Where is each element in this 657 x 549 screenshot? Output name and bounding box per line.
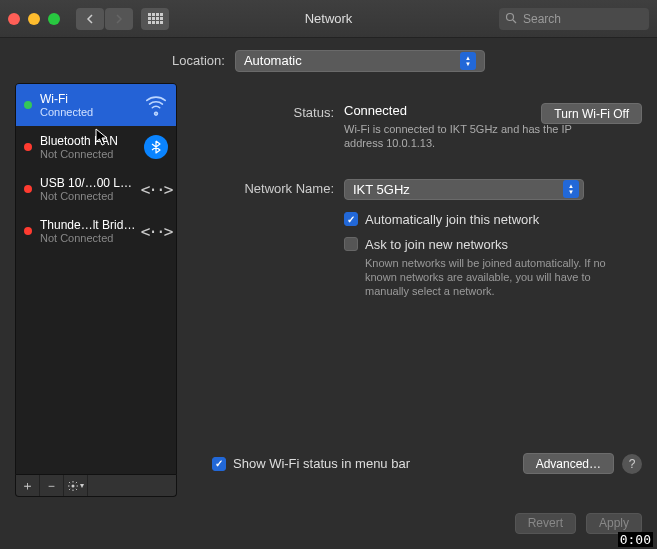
- turn-wifi-off-button[interactable]: Turn Wi-Fi Off: [541, 103, 642, 124]
- ask-join-row: Ask to join new networks: [344, 237, 642, 252]
- service-status: Connected: [40, 106, 136, 118]
- chevron-right-icon: [115, 14, 123, 24]
- chevron-left-icon: [86, 14, 94, 24]
- detail-panel: Turn Wi-Fi Off Status: Connected Wi-Fi i…: [192, 83, 642, 497]
- window-title: Network: [305, 11, 353, 26]
- apply-button[interactable]: Apply: [586, 513, 642, 534]
- panel-footer: Show Wi-Fi status in menu bar Advanced… …: [192, 453, 642, 474]
- service-usb-lan[interactable]: USB 10/…00 LAN Not Connected <··>: [16, 168, 176, 210]
- content-area: Wi-Fi Connected Bluetooth PAN Not Connec…: [0, 83, 657, 497]
- bluetooth-icon: [144, 135, 168, 159]
- status-dot-icon: [24, 101, 32, 109]
- service-status: Not Connected: [40, 232, 136, 244]
- network-name-label: Network Name:: [192, 179, 344, 200]
- service-thunderbolt-bridge[interactable]: Thunde…lt Bridge Not Connected <··>: [16, 210, 176, 252]
- service-name: USB 10/…00 LAN: [40, 176, 136, 190]
- network-prefs-window: Network Location: Automatic ▲▼ Wi-Fi Con…: [0, 0, 657, 549]
- auto-join-label: Automatically join this network: [365, 212, 539, 227]
- location-select[interactable]: Automatic ▲▼: [235, 50, 485, 72]
- svg-line-1: [513, 20, 516, 23]
- service-text: USB 10/…00 LAN Not Connected: [40, 176, 136, 202]
- show-menu-label: Show Wi-Fi status in menu bar: [233, 456, 410, 471]
- service-name: Wi-Fi: [40, 92, 136, 106]
- auto-join-row: Automatically join this network: [344, 212, 642, 227]
- svg-point-0: [507, 13, 514, 20]
- location-value: Automatic: [244, 53, 302, 68]
- show-menu-checkbox[interactable]: [212, 457, 226, 471]
- forward-button[interactable]: [105, 8, 133, 30]
- ask-join-label: Ask to join new networks: [365, 237, 508, 252]
- status-dot-icon: [24, 143, 32, 151]
- add-service-button[interactable]: ＋: [16, 475, 40, 496]
- advanced-button[interactable]: Advanced…: [523, 453, 614, 474]
- status-description: Wi-Fi is connected to IKT 5GHz and has t…: [344, 122, 594, 151]
- remove-service-button[interactable]: －: [40, 475, 64, 496]
- svg-point-2: [72, 484, 75, 487]
- grid-icon: [148, 13, 163, 24]
- minimize-button[interactable]: [28, 13, 40, 25]
- sidebar-footer: ＋ －: [15, 475, 177, 497]
- service-action-menu[interactable]: [64, 475, 88, 496]
- back-button[interactable]: [76, 8, 104, 30]
- service-bluetooth-pan[interactable]: Bluetooth PAN Not Connected: [16, 126, 176, 168]
- wifi-icon: [144, 93, 168, 117]
- show-all-button[interactable]: [141, 8, 169, 30]
- ethernet-icon: <··>: [144, 177, 168, 201]
- select-arrows-icon: ▲▼: [563, 180, 579, 198]
- status-dot-icon: [24, 227, 32, 235]
- revert-button[interactable]: Revert: [515, 513, 576, 534]
- network-name-value: IKT 5GHz: [353, 182, 410, 197]
- network-name-row: Network Name: IKT 5GHz ▲▼: [192, 179, 642, 200]
- nav-group: [76, 8, 133, 30]
- location-row: Location: Automatic ▲▼: [0, 38, 657, 83]
- close-button[interactable]: [8, 13, 20, 25]
- service-text: Thunde…lt Bridge Not Connected: [40, 218, 136, 244]
- ask-join-description: Known networks will be joined automatica…: [365, 256, 611, 299]
- status-dot-icon: [24, 185, 32, 193]
- search-icon: [505, 12, 517, 27]
- select-arrows-icon: ▲▼: [460, 52, 476, 70]
- network-name-body: IKT 5GHz ▲▼: [344, 179, 642, 200]
- sidebar-wrap: Wi-Fi Connected Bluetooth PAN Not Connec…: [15, 83, 177, 497]
- status-label: Status:: [192, 103, 344, 151]
- help-button[interactable]: ?: [622, 454, 642, 474]
- service-list: Wi-Fi Connected Bluetooth PAN Not Connec…: [15, 83, 177, 475]
- window-footer: Revert Apply: [0, 497, 657, 549]
- auto-join-checkbox[interactable]: [344, 212, 358, 226]
- network-name-select[interactable]: IKT 5GHz ▲▼: [344, 179, 584, 200]
- service-text: Bluetooth PAN Not Connected: [40, 134, 136, 160]
- ask-join-checkbox[interactable]: [344, 237, 358, 251]
- gear-icon: [67, 480, 79, 492]
- ethernet-icon: <··>: [144, 219, 168, 243]
- location-label: Location:: [172, 53, 225, 68]
- search-wrap: [499, 8, 649, 30]
- titlebar: Network: [0, 0, 657, 38]
- zoom-button[interactable]: [48, 13, 60, 25]
- search-input[interactable]: [499, 8, 649, 30]
- service-text: Wi-Fi Connected: [40, 92, 136, 118]
- traffic-lights: [8, 13, 60, 25]
- service-name: Bluetooth PAN: [40, 134, 136, 148]
- timestamp: 0:00: [618, 532, 653, 547]
- service-name: Thunde…lt Bridge: [40, 218, 136, 232]
- service-wifi[interactable]: Wi-Fi Connected: [16, 84, 176, 126]
- service-status: Not Connected: [40, 190, 136, 202]
- service-status: Not Connected: [40, 148, 136, 160]
